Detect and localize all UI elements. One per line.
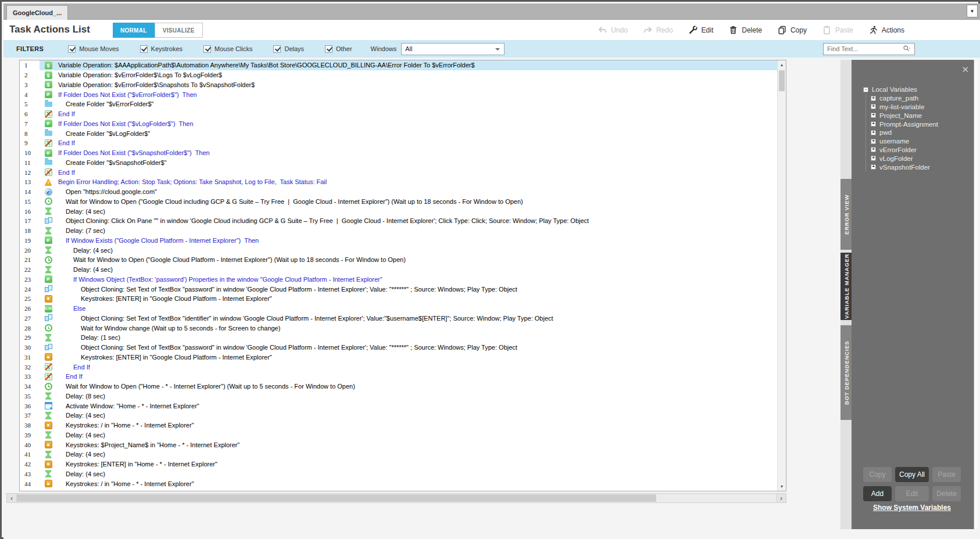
expand-icon[interactable]: + <box>871 104 876 109</box>
action-row[interactable]: 38Keystrokes: / in "Home - * - Internet … <box>20 421 777 430</box>
checkbox-checked-icon[interactable] <box>140 45 148 53</box>
action-row[interactable]: 1$Variable Operation: $AAApplicationPath… <box>20 60 777 70</box>
action-row[interactable]: 17Object Cloning: Click On Pane "" in wi… <box>20 216 777 226</box>
action-row[interactable]: 3$Variable Operation: $vErrorFolder$\Sna… <box>20 80 777 90</box>
paste-button[interactable]: Paste <box>822 25 853 35</box>
scroll-up-icon[interactable]: ▲ <box>778 60 786 69</box>
action-row[interactable]: 44Keystrokes: / in "Home - * - Internet … <box>20 479 777 488</box>
action-row[interactable]: 12XEnd If <box>20 167 777 177</box>
tree-root[interactable]: - Local Variables <box>863 85 938 94</box>
variable-item[interactable]: +vSnapshotFolder <box>871 163 938 171</box>
vertical-scroll-thumb[interactable] <box>779 70 785 91</box>
action-row[interactable]: 11Create Folder "$vSnapshotFolder$" <box>20 158 777 168</box>
filter-mouse-moves[interactable]: Mouse Moves <box>68 45 119 53</box>
expand-icon[interactable]: + <box>871 147 876 152</box>
delete-button[interactable]: Delete <box>728 25 762 35</box>
action-row[interactable]: 36Activate Window: "Home - * - Internet … <box>20 401 777 411</box>
action-row[interactable]: 14eOpen "https://cloud.google.com" <box>20 187 777 197</box>
filter-other[interactable]: Other <box>325 45 352 53</box>
vertical-scrollbar[interactable]: ▲ ▼ <box>777 60 786 491</box>
checkbox-checked-icon[interactable] <box>203 45 211 53</box>
checkbox-checked-icon[interactable] <box>273 45 281 53</box>
action-row[interactable]: 8Create Folder "$vLogFolder$" <box>20 128 777 138</box>
checkbox-checked-icon[interactable] <box>325 45 332 53</box>
expand-icon[interactable]: + <box>871 130 876 135</box>
action-row[interactable]: 29Delay: (1 sec) <box>20 333 777 343</box>
action-row[interactable]: 5Create Folder "$vErrorFolder$" <box>20 99 777 109</box>
action-row[interactable]: 35Delay: (8 sec) <box>20 391 777 401</box>
variable-item[interactable]: +capture_path <box>871 94 938 103</box>
variable-item[interactable]: +Project_Name <box>871 111 938 120</box>
action-row[interactable]: 39Delay: (4 sec) <box>20 430 777 440</box>
filter-keystrokes[interactable]: Keystrokes <box>140 45 183 53</box>
variable-item[interactable]: +my-list-variable <box>871 103 938 112</box>
action-row[interactable]: 6XEnd If <box>20 109 777 119</box>
tab-overflow-button[interactable]: ▼ <box>967 5 978 17</box>
action-row[interactable]: 19IFIf Window Exists ("Google Cloud Plat… <box>20 236 777 246</box>
edit-button[interactable]: Edit <box>895 486 929 501</box>
close-icon[interactable]: ✕ <box>961 64 969 75</box>
action-row[interactable]: 2$Variable Operation: $vErrorFolder$\Log… <box>20 70 777 80</box>
action-row[interactable]: 37Delay: (4 sec) <box>20 411 777 421</box>
scroll-down-icon[interactable]: ▼ <box>778 482 786 491</box>
document-tab[interactable]: GoogleCloud_... <box>6 5 68 20</box>
copy-button[interactable]: Copy <box>863 467 892 482</box>
action-row[interactable]: 10IFIf Folder Does Not Exist ("$vSnapsho… <box>20 148 777 158</box>
horizontal-scrollbar[interactable]: ‹ › <box>6 493 786 503</box>
horizontal-scroll-thumb[interactable] <box>17 494 656 502</box>
action-row[interactable]: 41Delay: (4 sec) <box>20 450 777 459</box>
copy-button[interactable]: Copy <box>777 25 807 35</box>
action-row[interactable]: 26ELSEElse <box>20 304 777 314</box>
checkbox-checked-icon[interactable] <box>68 45 76 53</box>
action-row[interactable]: 42Keystrokes: [ENTER] in "Home - * - Int… <box>20 459 777 469</box>
side-tab-variable-manager[interactable]: VARIABLE MANAGER <box>840 253 852 320</box>
variable-item[interactable]: +pwd <box>871 128 938 137</box>
action-row[interactable]: 15Wait for Window to Open ("Google Cloud… <box>20 197 777 207</box>
variable-item[interactable]: +username <box>871 137 938 146</box>
action-row[interactable]: 23IFIf Windows Object (TextBox: 'passwor… <box>20 275 777 285</box>
action-row[interactable]: 24Object Cloning: Set Text of TextBox "p… <box>20 284 777 294</box>
side-tab-bot-dependencies[interactable]: BOT DEPENDENCIES <box>840 325 852 420</box>
action-row[interactable]: 34Wait for Window to Open ("Home - * - I… <box>20 382 777 391</box>
undo-button[interactable]: Undo <box>598 25 628 35</box>
show-system-variables-link[interactable]: Show System Variables <box>863 504 961 512</box>
scroll-right-icon[interactable]: › <box>776 494 786 502</box>
action-row[interactable]: 20Delay: (4 sec) <box>20 245 777 255</box>
view-mode-visualize[interactable]: VISUALIZE <box>155 23 203 38</box>
filter-mouse-clicks[interactable]: Mouse Clicks <box>203 45 252 53</box>
expand-icon[interactable]: + <box>871 113 876 118</box>
expand-icon[interactable]: + <box>871 96 876 101</box>
copy-all-button[interactable]: Copy All <box>895 467 929 482</box>
add-button[interactable]: Add <box>863 486 892 501</box>
action-row[interactable]: 18Delay: (7 sec) <box>20 226 777 236</box>
redo-button[interactable]: Redo <box>643 25 673 35</box>
expand-icon[interactable]: + <box>871 164 876 170</box>
action-row[interactable]: 28Wait for Window change (Wait up to 5 s… <box>20 323 777 333</box>
variable-item[interactable]: +vErrorFolder <box>871 146 938 154</box>
expand-icon[interactable]: + <box>871 139 876 144</box>
action-row[interactable]: 25Keystrokes: [ENTER] in "Google Cloud P… <box>20 294 777 304</box>
actions-button[interactable]: Actions <box>868 25 904 35</box>
delete-button[interactable]: Delete <box>932 486 961 501</box>
action-row[interactable]: 30Object Cloning: Set Text of TextBox "p… <box>20 343 777 353</box>
action-row[interactable]: 9XEnd If <box>20 138 777 148</box>
action-row[interactable]: 7IFIf Folder Does Not Exist ("$vLogFolde… <box>20 119 777 129</box>
windows-select[interactable]: All <box>401 43 505 55</box>
view-mode-normal[interactable]: NORMAL <box>113 23 155 38</box>
action-row[interactable]: 4IFIf Folder Does Not Exist ("$vErrorFol… <box>20 89 777 99</box>
collapse-icon[interactable]: - <box>863 87 868 92</box>
panel-scrollbar[interactable] <box>974 60 978 529</box>
action-row[interactable]: 31Keystrokes: [ENTER] in "Google Cloud P… <box>20 353 777 362</box>
find-text-input[interactable] <box>824 45 899 52</box>
edit-button[interactable]: Edit <box>688 25 714 35</box>
paste-button[interactable]: Paste <box>932 467 961 482</box>
action-row[interactable]: 21Wait for Window to Open ("Google Cloud… <box>20 255 777 265</box>
action-row[interactable]: 43Delay: (4 sec) <box>20 469 777 479</box>
action-row[interactable]: 40Keystrokes: $Project_Name$ in "Home - … <box>20 440 777 450</box>
action-row[interactable]: 22Delay: (4 sec) <box>20 265 777 275</box>
scroll-left-icon[interactable]: ‹ <box>7 494 17 502</box>
variable-item[interactable]: +vLogFolder <box>871 154 938 163</box>
expand-icon[interactable]: + <box>871 156 876 161</box>
action-row[interactable]: 32XEnd If <box>20 362 777 372</box>
variable-item[interactable]: +Prompt-Assignment <box>871 120 938 128</box>
